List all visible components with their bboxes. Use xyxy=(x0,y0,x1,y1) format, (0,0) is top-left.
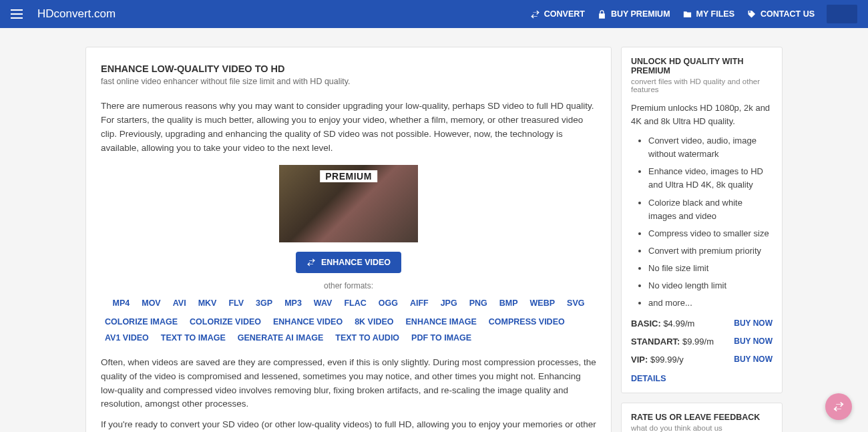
nav-my-files[interactable]: MY FILES xyxy=(682,9,734,19)
tool-link[interactable]: COMPRESS VIDEO xyxy=(489,317,565,327)
format-link[interactable]: WAV xyxy=(314,298,333,308)
nav-convert[interactable]: CONVERT xyxy=(530,9,585,19)
tool-link[interactable]: GENERATE AI IMAGE xyxy=(238,333,323,343)
swap-icon xyxy=(306,258,316,267)
premium-feature: Compress video to smaller size xyxy=(648,227,773,240)
swap-icon xyxy=(530,9,540,19)
intro-paragraph: There are numerous reasons why you may w… xyxy=(101,99,596,156)
premium-card: UNLOCK HD QUALITY WITH PREMIUM convert f… xyxy=(621,47,783,393)
format-link[interactable]: MP4 xyxy=(113,298,130,308)
buy-now-link[interactable]: BUY NOW xyxy=(734,337,773,346)
page-subtitle: fast online video enhancer without file … xyxy=(101,77,596,86)
feedback-card: RATE US OR LEAVE FEEDBACK what do you th… xyxy=(621,403,783,432)
swap-icon xyxy=(833,401,845,413)
price-row: STANDART: $9.99/mBUY NOW xyxy=(631,337,773,347)
premium-badge: PREMIUM xyxy=(320,170,377,182)
premium-subtitle: convert files with HD quality and other … xyxy=(631,77,773,93)
folder-icon xyxy=(682,9,692,19)
format-list: MP4MOVAVIMKVFLV3GPMP3WAVFLACOGGAIFFJPGPN… xyxy=(101,298,596,308)
format-link[interactable]: JPG xyxy=(441,298,457,308)
details-link[interactable]: DETAILS xyxy=(631,374,666,383)
language-selector[interactable] xyxy=(827,5,857,23)
nav-buy-premium-label: BUY PREMIUM xyxy=(611,9,670,19)
premium-feature: Colorize black and white images and vide… xyxy=(648,196,773,223)
format-link[interactable]: FLAC xyxy=(344,298,366,308)
tool-link[interactable]: COLORIZE IMAGE xyxy=(105,317,178,327)
tool-list: COLORIZE IMAGECOLORIZE VIDEOENHANCE VIDE… xyxy=(101,317,596,343)
premium-feature: No file size limit xyxy=(648,262,773,275)
premium-feature: and more... xyxy=(648,296,773,310)
format-link[interactable]: OGG xyxy=(379,298,398,308)
nav-convert-label: CONVERT xyxy=(544,9,585,19)
format-link[interactable]: 3GP xyxy=(256,298,272,308)
premium-feature: No video length limit xyxy=(648,279,773,292)
tool-link[interactable]: TEXT TO IMAGE xyxy=(161,333,226,343)
premium-feature: Convert video, audio, image without wate… xyxy=(648,134,773,161)
nav-contact[interactable]: CONTACT US xyxy=(746,9,815,19)
tool-link[interactable]: 8K VIDEO xyxy=(355,317,393,327)
nav-contact-label: CONTACT US xyxy=(761,9,815,19)
premium-desc: Premium unlocks HD 1080p, 2k and 4K and … xyxy=(631,101,773,128)
format-link[interactable]: AVI xyxy=(173,298,186,308)
format-link[interactable]: SVG xyxy=(567,298,584,308)
format-link[interactable]: FLV xyxy=(228,298,244,308)
price-label: BASIC: $4.99/m xyxy=(631,318,694,329)
buy-now-link[interactable]: BUY NOW xyxy=(734,318,773,328)
tool-link[interactable]: AV1 VIDEO xyxy=(105,333,149,343)
format-link[interactable]: PNG xyxy=(469,298,487,308)
page-title: ENHANCE LOW-QUALITY VIDEO TO HD xyxy=(101,63,596,74)
format-link[interactable]: MP3 xyxy=(284,298,302,308)
enhance-video-label: ENHANCE VIDEO xyxy=(321,258,391,267)
tool-link[interactable]: TEXT TO AUDIO xyxy=(335,333,399,343)
video-preview: PREMIUM xyxy=(279,165,418,242)
price-row: BASIC: $4.99/mBUY NOW xyxy=(631,318,773,329)
buy-now-link[interactable]: BUY NOW xyxy=(734,355,773,364)
nav-buy-premium[interactable]: BUY PREMIUM xyxy=(597,9,670,19)
brand-title[interactable]: HDconvert.com xyxy=(37,7,116,21)
premium-title: UNLOCK HD QUALITY WITH PREMIUM xyxy=(631,57,773,75)
premium-feature: Enhance video, images to HD and Ultra HD… xyxy=(648,165,773,192)
format-link[interactable]: BMP xyxy=(499,298,518,308)
tool-link[interactable]: ENHANCE IMAGE xyxy=(406,317,477,327)
paragraph-3: If you're ready to convert your SD video… xyxy=(101,418,596,432)
format-link[interactable]: WEBP xyxy=(530,298,556,308)
tag-icon xyxy=(746,9,756,19)
format-link[interactable]: AIFF xyxy=(410,298,429,308)
price-row: VIP: $99.99/yBUY NOW xyxy=(631,355,773,365)
enhance-video-button[interactable]: ENHANCE VIDEO xyxy=(296,252,401,273)
main-content-card: ENHANCE LOW-QUALITY VIDEO TO HD fast onl… xyxy=(85,47,612,432)
tool-link[interactable]: ENHANCE VIDEO xyxy=(273,317,343,327)
menu-button[interactable] xyxy=(11,6,27,22)
lock-icon xyxy=(597,9,607,19)
premium-feature-list: Convert video, audio, image without wate… xyxy=(631,134,773,310)
format-link[interactable]: MKV xyxy=(198,298,217,308)
other-formats-label: other formats: xyxy=(101,281,596,290)
price-label: VIP: $99.99/y xyxy=(631,355,684,365)
tool-link[interactable]: PDF TO IMAGE xyxy=(411,333,471,343)
floating-action-button[interactable] xyxy=(825,393,852,420)
premium-feature: Convert with premium priority xyxy=(648,244,773,258)
feedback-subtitle: what do you think about us xyxy=(631,424,773,432)
format-link[interactable]: MOV xyxy=(142,298,160,308)
paragraph-2: Often, when videos are saved are they ar… xyxy=(101,356,596,412)
tool-link[interactable]: COLORIZE VIDEO xyxy=(190,317,261,327)
price-label: STANDART: $9.99/m xyxy=(631,337,714,347)
feedback-title: RATE US OR LEAVE FEEDBACK xyxy=(631,413,773,422)
nav-my-files-label: MY FILES xyxy=(696,9,734,19)
